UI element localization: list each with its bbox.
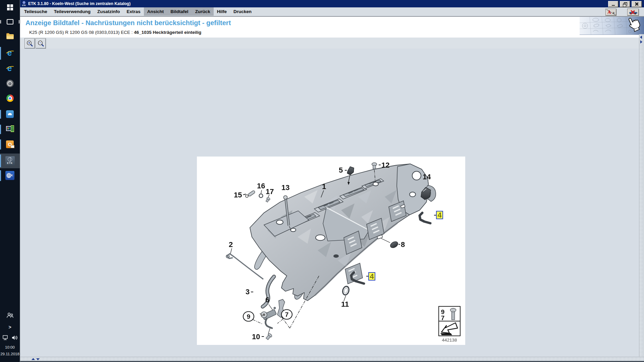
chrome-icon (6, 95, 14, 102)
collapse-left-icon[interactable] (640, 36, 642, 39)
part-8-cap[interactable] (381, 238, 399, 249)
etk-window: ETK ETK 3.1.80 - Koeln-West (Suche im ze… (20, 0, 644, 362)
legend-box: 9 7 (439, 306, 460, 336)
font-size-button[interactable]: A a (605, 9, 616, 16)
part-17-screw[interactable] (265, 195, 270, 202)
rear-carrier-body[interactable] (250, 164, 436, 301)
callout-11[interactable]: 11 (341, 300, 349, 308)
callout-8[interactable]: 8 (401, 240, 405, 249)
callout-17[interactable]: 17 (266, 187, 274, 196)
file-explorer-button[interactable] (0, 32, 20, 40)
internet-explorer-icon: e (6, 64, 14, 72)
menu-ansicht[interactable]: Ansicht (144, 7, 167, 16)
people-button[interactable] (0, 311, 20, 320)
part-15-pin[interactable] (246, 190, 255, 197)
menu-teileverwendung[interactable]: Teileverwendung (51, 7, 94, 16)
menu-bar: TeilesucheTeileverwendungZusatzinfoExtra… (20, 7, 644, 16)
collapse-down-icon[interactable] (36, 358, 40, 360)
people-icon (6, 312, 14, 319)
menu-drucken[interactable]: Drucken (230, 7, 255, 16)
part-16-washer[interactable] (259, 190, 263, 198)
menu-teilesuche[interactable]: Teilesuche (21, 7, 51, 16)
callout-3[interactable]: 3 (246, 288, 250, 296)
restore-icon (624, 2, 627, 6)
comm-app-button[interactable] (0, 125, 20, 133)
callout-5[interactable]: 5 (339, 166, 343, 174)
menu-hilfe[interactable]: Hilfe (214, 7, 230, 16)
etk-blue-button[interactable]: ETK (0, 171, 20, 180)
phone-icon (6, 110, 14, 118)
taskbar: e e O ETK ETK (0, 0, 20, 362)
breadcrumb: K25 (R 1200 GS) R 1200 GS 08 (0303,0313)… (29, 30, 201, 35)
hand-cursor (627, 17, 642, 33)
part-10-screw[interactable] (265, 328, 273, 340)
etk-window-icon: ETK (21, 1, 26, 6)
outlook-icon: O (6, 140, 14, 148)
chrome-button[interactable] (0, 94, 20, 103)
callout-16[interactable]: 16 (257, 182, 265, 190)
part-11-oring[interactable] (342, 286, 350, 301)
restore-button[interactable] (620, 1, 630, 7)
etk-active-button[interactable]: ETK (0, 156, 20, 166)
etk-blue-icon: ETK (5, 171, 14, 180)
speaker-icon (11, 335, 18, 341)
page-title: Anzeige Bildtafel - Nachrüstungen nicht … (25, 19, 231, 27)
clock-date[interactable]: 29.11.2018 (0, 351, 20, 357)
close-icon (635, 2, 638, 6)
hide-vehicle-button[interactable] (627, 9, 639, 16)
svg-text:4: 4 (370, 272, 374, 281)
start-button[interactable] (0, 3, 20, 12)
expand-up-icon[interactable] (32, 358, 35, 360)
svg-text:4: 4 (437, 211, 442, 219)
remote-circle-app-button[interactable] (0, 79, 20, 88)
minimize-icon (612, 5, 615, 6)
content-area: 1 2 3 5 6 8 10 11 12 13 14 (20, 49, 639, 357)
zoom-toolbar (20, 38, 644, 49)
internet-explorer-button[interactable]: e (0, 48, 20, 58)
callout-15[interactable]: 15 (234, 191, 242, 199)
callout-9[interactable]: 9 (247, 313, 251, 320)
close-button[interactable] (632, 1, 642, 7)
callout-1[interactable]: 1 (322, 182, 326, 191)
parts-diagram: 1 2 3 5 6 8 10 11 12 13 14 (197, 157, 465, 345)
phone-app-button[interactable] (0, 110, 20, 118)
task-view-button[interactable] (0, 17, 20, 26)
windows-logo-icon (7, 4, 13, 10)
tray-expand-button[interactable]: > (0, 323, 20, 331)
internet-explorer-2-button[interactable]: e (0, 64, 20, 73)
crossed-car-icon (629, 10, 637, 14)
callout-7[interactable]: 7 (285, 311, 289, 318)
callout-14[interactable]: 14 (423, 173, 431, 181)
callout-4-upper-highlighted[interactable]: 4 (436, 211, 443, 219)
callout-13[interactable]: 13 (281, 183, 289, 192)
outlook-button[interactable]: O (0, 140, 20, 148)
menu-extras[interactable]: Extras (123, 7, 144, 16)
catalog-banner (580, 17, 644, 35)
callout-6[interactable]: 6 (265, 296, 269, 304)
menu-zurueck[interactable]: Zurück (192, 7, 214, 16)
minimize-button[interactable] (608, 1, 618, 7)
volume-button[interactable] (5, 334, 24, 341)
zoom-in-button[interactable] (24, 38, 35, 49)
target-circle-icon (6, 80, 14, 87)
menu-zusatzinfo[interactable]: Zusatzinfo (94, 7, 123, 16)
zoom-out-button[interactable] (36, 38, 46, 49)
callout-12[interactable]: 12 (381, 161, 389, 169)
callout-10[interactable]: 10 (252, 333, 260, 341)
diagram-number: 442138 (442, 338, 457, 343)
title-bar: ETK ETK 3.1.80 - Koeln-West (Suche im ze… (20, 0, 644, 7)
etk-emblem-icon (8, 157, 12, 162)
menu-bildtafel[interactable]: Bildtafel (167, 7, 192, 16)
page-header: Anzeige Bildtafel - Nachrüstungen nicht … (20, 17, 644, 38)
bottom-splitter[interactable] (20, 357, 644, 361)
callout-2[interactable]: 2 (229, 240, 233, 249)
monitor-list-icon (6, 125, 14, 133)
clock-time[interactable]: 10:00 (0, 345, 20, 350)
callout-4-lower-highlighted[interactable]: 4 (369, 272, 375, 281)
task-view-icon (7, 19, 13, 24)
legend-7: 7 (441, 314, 445, 321)
folder-icon (6, 34, 14, 39)
part-4-hook-upper[interactable] (420, 213, 430, 223)
zoom-out-icon (37, 40, 45, 47)
expand-right-icon[interactable] (640, 40, 642, 44)
